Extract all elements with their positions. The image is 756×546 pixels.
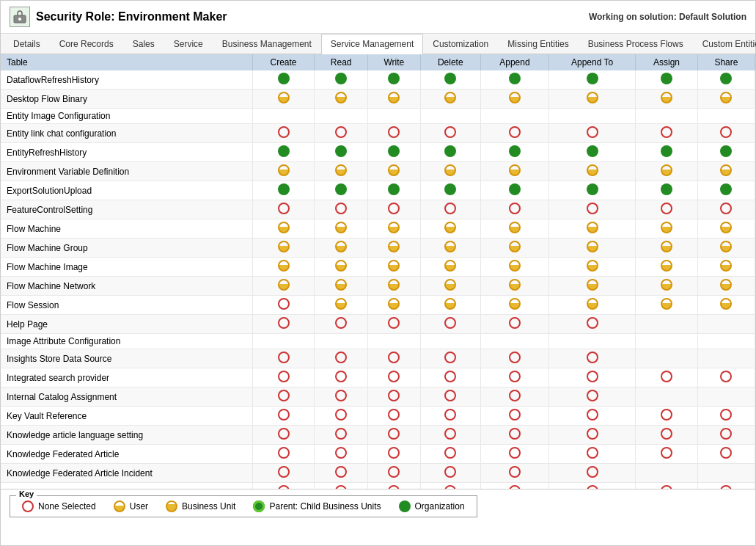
cell-read[interactable]	[315, 349, 368, 368]
user-permission-icon[interactable]	[444, 92, 456, 103]
cell-appendTo[interactable]	[548, 258, 635, 277]
cell-share[interactable]	[697, 239, 755, 258]
user-permission-icon[interactable]	[444, 241, 456, 252]
none-permission-icon[interactable]	[388, 352, 400, 363]
cell-write[interactable]	[368, 162, 420, 181]
cell-append[interactable]	[480, 143, 548, 162]
cell-create[interactable]	[252, 219, 315, 239]
cell-share[interactable]	[697, 219, 755, 239]
cell-share[interactable]	[697, 296, 755, 315]
cell-appendTo[interactable]	[548, 90, 635, 109]
none-permission-icon[interactable]	[587, 428, 598, 440]
cell-share[interactable]	[697, 387, 755, 407]
none-permission-icon[interactable]	[444, 466, 456, 478]
cell-read[interactable]	[315, 315, 368, 334]
cell-share[interactable]	[697, 368, 755, 387]
user-permission-icon[interactable]	[661, 260, 672, 272]
cell-appendTo[interactable]	[548, 162, 635, 181]
none-permission-icon[interactable]	[661, 203, 672, 214]
cell-delete[interactable]	[420, 387, 480, 407]
cell-create[interactable]	[252, 445, 315, 464]
cell-assign[interactable]	[636, 296, 698, 315]
user-permission-icon[interactable]	[720, 222, 732, 233]
cell-create[interactable]	[252, 239, 315, 258]
cell-write[interactable]	[368, 334, 420, 349]
cell-delete[interactable]	[420, 349, 480, 368]
cell-write[interactable]	[368, 200, 420, 219]
none-permission-icon[interactable]	[509, 352, 521, 363]
cell-create[interactable]	[252, 464, 315, 483]
org-permission-icon[interactable]	[335, 145, 347, 157]
cell-create[interactable]	[252, 387, 315, 407]
cell-append[interactable]	[480, 90, 548, 109]
cell-delete[interactable]	[420, 162, 480, 181]
none-permission-icon[interactable]	[509, 466, 521, 478]
cell-append[interactable]	[480, 219, 548, 239]
cell-read[interactable]	[315, 258, 368, 277]
none-permission-icon[interactable]	[335, 126, 347, 138]
none-permission-icon[interactable]	[278, 390, 290, 401]
cell-create[interactable]	[252, 258, 315, 277]
cell-write[interactable]	[368, 109, 420, 124]
cell-assign[interactable]	[636, 277, 698, 296]
cell-append[interactable]	[480, 124, 548, 143]
cell-create[interactable]	[252, 368, 315, 387]
cell-assign[interactable]	[636, 143, 698, 162]
cell-share[interactable]	[697, 143, 755, 162]
cell-write[interactable]	[368, 387, 420, 407]
cell-read[interactable]	[315, 239, 368, 258]
org-permission-icon[interactable]	[720, 73, 732, 84]
cell-share[interactable]	[697, 181, 755, 200]
tab-customization[interactable]: Customization	[423, 34, 498, 54]
none-permission-icon[interactable]	[335, 203, 347, 214]
cell-create[interactable]	[252, 296, 315, 315]
cell-append[interactable]	[480, 464, 548, 483]
none-permission-icon[interactable]	[278, 203, 290, 214]
cell-assign[interactable]	[636, 181, 698, 200]
cell-read[interactable]	[315, 124, 368, 143]
cell-appendTo[interactable]	[548, 349, 635, 368]
cell-read[interactable]	[315, 483, 368, 490]
none-permission-icon[interactable]	[388, 203, 400, 214]
user-permission-icon[interactable]	[388, 241, 400, 252]
none-permission-icon[interactable]	[587, 317, 598, 329]
none-permission-icon[interactable]	[278, 352, 290, 363]
cell-append[interactable]	[480, 349, 548, 368]
none-permission-icon[interactable]	[661, 371, 672, 382]
cell-assign[interactable]	[636, 315, 698, 334]
cell-assign[interactable]	[636, 162, 698, 181]
cell-append[interactable]	[480, 426, 548, 445]
none-permission-icon[interactable]	[720, 428, 732, 440]
none-permission-icon[interactable]	[509, 409, 521, 421]
org-permission-icon[interactable]	[335, 73, 347, 84]
cell-delete[interactable]	[420, 368, 480, 387]
cell-read[interactable]	[315, 109, 368, 124]
user-permission-icon[interactable]	[278, 222, 290, 233]
tab-missing-entities[interactable]: Missing Entities	[498, 34, 578, 54]
cell-assign[interactable]	[636, 70, 698, 90]
none-permission-icon[interactable]	[335, 371, 347, 382]
cell-write[interactable]	[368, 315, 420, 334]
cell-share[interactable]	[697, 277, 755, 296]
user-permission-icon[interactable]	[720, 241, 732, 252]
cell-share[interactable]	[697, 445, 755, 464]
cell-assign[interactable]	[636, 219, 698, 239]
cell-delete[interactable]	[420, 70, 480, 90]
cell-appendTo[interactable]	[548, 124, 635, 143]
user-permission-icon[interactable]	[587, 222, 598, 233]
cell-delete[interactable]	[420, 445, 480, 464]
tab-service[interactable]: Service	[164, 34, 213, 54]
cell-share[interactable]	[697, 483, 755, 490]
none-permission-icon[interactable]	[720, 371, 732, 382]
cell-appendTo[interactable]	[548, 239, 635, 258]
user-permission-icon[interactable]	[278, 164, 290, 176]
cell-read[interactable]	[315, 445, 368, 464]
none-permission-icon[interactable]	[335, 428, 347, 440]
user-permission-icon[interactable]	[720, 92, 732, 103]
cell-delete[interactable]	[420, 258, 480, 277]
org-permission-icon[interactable]	[278, 183, 290, 195]
tab-core-records[interactable]: Core Records	[50, 34, 123, 54]
cell-appendTo[interactable]	[548, 483, 635, 490]
cell-write[interactable]	[368, 296, 420, 315]
user-permission-icon[interactable]	[335, 222, 347, 233]
